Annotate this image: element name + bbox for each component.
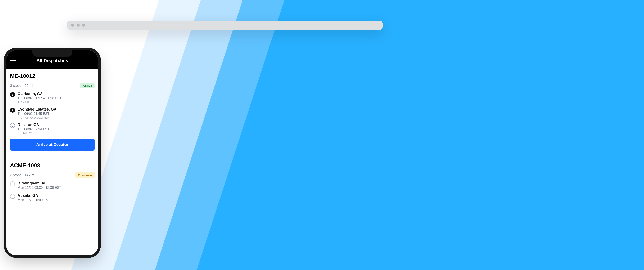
dispatch-summary: 2 stops · 147 mi	[10, 173, 35, 177]
stop-time: Mon 11/22 08:30 –12:30 EST	[18, 186, 94, 190]
stop-time: Thu 06/02 01:45 EST	[18, 112, 91, 116]
browser-window: Motive Dispatch / In Progress / ME-10012…	[67, 20, 383, 30]
stop-type: PICK UP AND DELIVERY	[18, 116, 91, 119]
arrow-right-icon: →	[89, 162, 94, 169]
stops-list: 1Clarkston, GAThu 06/02 01:17 – 01:20 ES…	[10, 92, 94, 135]
arrow-right-icon: →	[89, 73, 94, 79]
dispatch-card: ACME-1003→2 stops · 147 miTo reviewBirmi…	[10, 162, 94, 212]
stop-item[interactable]: 1Clarkston, GAThu 06/02 01:17 – 01:20 ES…	[10, 92, 94, 104]
stop-type: PICK UP	[18, 101, 91, 104]
stop-name: Birmingham, AL	[18, 181, 94, 186]
stops-list: Birmingham, ALMon 11/22 08:30 –12:30 EST…	[10, 181, 94, 202]
chevron-right-icon: ›	[93, 111, 94, 116]
phone-notch	[32, 50, 72, 56]
dispatch-id: ME-10012	[10, 73, 35, 79]
stop-time: Thu 06/02 01:17 – 01:20 EST	[18, 96, 91, 100]
stop-name: Atlanta, GA	[18, 194, 94, 198]
window-zoom-icon[interactable]	[82, 24, 85, 26]
arrive-button[interactable]: Arrive at Decatur	[10, 138, 94, 151]
dispatch-meta: 3 stops · 20 miActive	[10, 83, 94, 88]
window-close-icon[interactable]	[71, 24, 74, 26]
stop-time: Thu 06/02 02:14 EST	[18, 128, 91, 131]
stop-number-icon	[10, 194, 15, 199]
dispatch-header[interactable]: ME-10012→	[10, 73, 94, 79]
dispatch-meta: 2 stops · 147 miTo review	[10, 172, 94, 178]
stop-number-icon	[10, 182, 15, 186]
stop-number-icon: 2	[10, 108, 15, 112]
stop-name: Evondale Estates, GA	[18, 107, 91, 112]
stop-name: Decatur, GA	[18, 123, 91, 127]
stop-time: Mon 11/22 20:00 EST	[18, 198, 94, 202]
dispatch-status-pill: Active	[80, 83, 94, 88]
stop-number-icon: 1	[10, 92, 15, 97]
phone-title: All Dispatches	[10, 58, 94, 64]
stop-number-icon: 3	[10, 123, 15, 128]
dispatch-id: ACME-1003	[10, 162, 40, 169]
stop-item[interactable]: 2Evondale Estates, GAThu 06/02 01:45 EST…	[10, 107, 94, 119]
chevron-right-icon: ›	[93, 127, 94, 131]
dispatch-summary: 3 stops · 20 mi	[10, 84, 33, 88]
stop-item[interactable]: 3Decatur, GAThu 06/02 02:14 ESTDELIVERY›	[10, 123, 94, 135]
chevron-right-icon: ›	[93, 96, 94, 100]
window-minimize-icon[interactable]	[76, 24, 80, 26]
dispatch-header[interactable]: ACME-1003→	[10, 162, 94, 169]
stop-item[interactable]: Atlanta, GAMon 11/22 20:00 EST	[10, 194, 94, 202]
stop-name: Clarkston, GA	[18, 92, 91, 96]
dispatch-status-pill: To review	[75, 172, 94, 178]
window-titlebar	[67, 20, 383, 30]
stop-type: DELIVERY	[18, 132, 91, 135]
stop-item[interactable]: Birmingham, ALMon 11/22 08:30 –12:30 EST	[10, 181, 94, 190]
mobile-phone-frame: All Dispatches ME-10012→3 stops · 20 miA…	[6, 50, 98, 255]
dispatch-card: ME-10012→3 stops · 20 miActive1Clarkston…	[10, 73, 94, 157]
